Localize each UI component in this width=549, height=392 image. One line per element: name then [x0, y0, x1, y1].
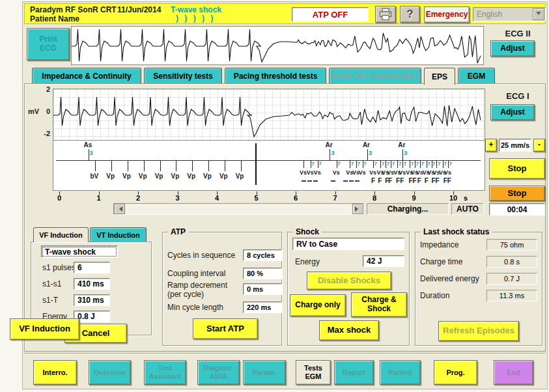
tab-sensitivity-tests[interactable]: Sensitivity tests: [144, 68, 222, 84]
tab-eps[interactable]: EPS: [424, 68, 455, 85]
language-select[interactable]: English: [473, 7, 546, 21]
ecg1-adjust-button[interactable]: Adjust: [490, 104, 535, 120]
ecg2-adjust-button[interactable]: Adjust: [490, 40, 535, 57]
printer-icon: [378, 8, 393, 21]
shock-energy-field[interactable]: 42 J: [363, 255, 404, 267]
coupling-interval-field[interactable]: 80 %: [243, 268, 282, 279]
vs-marker-number: 7: [382, 161, 384, 167]
nav-param-button[interactable]: Param.: [243, 360, 286, 385]
charge-only-button[interactable]: Charge only: [290, 294, 346, 316]
vf-induction-overlay-button[interactable]: VF Induction: [10, 318, 79, 340]
nav-tests-egm-button[interactable]: Tests EGM: [296, 360, 331, 385]
refresh-episodes-button[interactable]: Refresh Episodes: [438, 321, 519, 341]
nav-overview-button[interactable]: Overview: [89, 360, 131, 385]
s1-t-field[interactable]: 310 ms: [74, 294, 110, 306]
screen: { "colors": { "teal":"#38C7C7", "yellow"…: [0, 0, 549, 392]
max-shock-button[interactable]: Max shock: [319, 320, 379, 341]
tab-sonr-crt-optimisation[interactable]: SonR CRT optimisation: [329, 68, 421, 84]
patient-name: Patient Name: [30, 14, 79, 23]
tab-label: VF Induction: [39, 231, 83, 239]
max-shock-label: Max shock: [328, 326, 371, 335]
marker-channel-panel: As3Ar3Ar3Ar3bVVpVpVpVpVpVpVpVpVpVs7Vs7Vs…: [53, 141, 485, 191]
shock-pathway-field[interactable]: RV to Case: [292, 238, 404, 250]
fib-marker-label: F: [425, 177, 429, 184]
scroll-left-icon: [117, 206, 122, 212]
print-ecg-button[interactable]: Print ECG: [27, 28, 70, 61]
sweep-speed-decrease-button[interactable]: -: [533, 139, 545, 152]
tab-vf-induction[interactable]: VF Induction: [33, 227, 89, 242]
cycles-in-sequence-field[interactable]: 8 cycles: [243, 249, 282, 261]
device-title: Paradym RF SonR CRT: [30, 5, 117, 14]
field-label: Min cycle length: [167, 303, 223, 312]
status-label: Impedance: [420, 240, 458, 249]
emergency-button[interactable]: Emergency: [424, 7, 470, 23]
language-value: English: [473, 10, 533, 19]
time-axis-tick-label: 5: [251, 194, 262, 202]
vs-marker-number: 7: [444, 161, 447, 167]
vs-marker-number: 7: [404, 161, 406, 167]
field-label: s1-s1: [42, 279, 61, 288]
fib-marker-label: F: [447, 177, 451, 184]
vs-marker-number: 7: [427, 161, 430, 167]
nav-report-button[interactable]: Report: [334, 360, 374, 385]
min-cycle-length-field[interactable]: 220 ms: [243, 301, 282, 313]
tab-pacing-threshold-tests[interactable]: Pacing threshold tests: [225, 68, 326, 84]
stop-recording-button[interactable]: Stop: [489, 158, 545, 179]
s1-s1-field[interactable]: 410 ms: [74, 278, 110, 290]
status-value: 0.8 s: [504, 258, 520, 266]
vs-marker-number: 7: [311, 161, 314, 167]
scroll-left-button[interactable]: [114, 204, 125, 214]
vs-marker-number: 7: [432, 161, 435, 167]
tab-egm[interactable]: EGM: [458, 68, 495, 84]
vent-marker-tick: [128, 161, 128, 171]
tab-vt-induction[interactable]: VT Induction: [90, 227, 147, 242]
ramp-decrement-field[interactable]: 0 ms: [243, 283, 282, 295]
nav-patient-button[interactable]: Patient: [380, 360, 421, 385]
disable-shocks-label: Disable Shocks: [318, 276, 380, 286]
start-atp-button[interactable]: Start ATP: [193, 318, 258, 339]
help-button[interactable]: ?: [400, 6, 420, 23]
fib-marker-label: F: [400, 177, 404, 184]
tab-label: EPS: [432, 72, 447, 81]
time-axis-tick-label: 6: [290, 194, 302, 202]
vent-marker-label: Vp: [106, 173, 115, 180]
header-bar: Paradym RF SonR CRT 11/Jun/2014 T-wave s…: [24, 3, 546, 24]
nav-test-assistant-button[interactable]: Test Assistant: [144, 360, 186, 385]
ecg1-ytick-top: 2: [40, 85, 50, 93]
nav-label: Interro.: [43, 369, 68, 377]
field-label: s1 pulses: [42, 263, 76, 272]
vs-marker-number: 7: [421, 161, 423, 167]
field-value: 220 ms: [247, 303, 271, 311]
scroll-right-button[interactable]: [352, 204, 363, 214]
vs-marker-label: Vs: [314, 169, 321, 176]
nav-end-button[interactable]: End: [494, 360, 533, 385]
sweep-speed-increase-button[interactable]: +: [485, 139, 497, 152]
fib-marker-label: F: [417, 177, 421, 184]
nav-prog-button[interactable]: Prog.: [434, 360, 477, 385]
print-button[interactable]: [375, 6, 396, 23]
vs-marker-number: 7: [416, 161, 419, 167]
timer-value: 00:04: [507, 205, 528, 214]
stop-charging-button[interactable]: Stop: [489, 186, 545, 201]
vent-marker-label: Vp: [219, 173, 228, 180]
nav-interrogate-button[interactable]: Interro.: [33, 360, 77, 385]
tab-impedance-continuity[interactable]: Impedance & Continuity: [32, 68, 141, 84]
nav-label: Overview: [94, 369, 126, 377]
s1-pulses-field[interactable]: 6: [74, 262, 110, 273]
nav-diagnos-aida-button[interactable]: Diagnos. AIDA: [197, 360, 240, 385]
vs-marker-number: 7: [399, 161, 401, 167]
charge-and-shock-button[interactable]: Charge & Shock: [351, 292, 407, 317]
atrial-marker-tick: [402, 149, 403, 160]
atrial-marker-tick: [330, 149, 330, 160]
induction-type-select[interactable]: T-wave shock: [41, 245, 118, 258]
vs-marker-label: Vs: [399, 169, 406, 176]
auto-text: AUTO: [457, 204, 479, 214]
vs-marker-label: Vs: [359, 169, 366, 176]
field-label: s1-T: [42, 296, 58, 305]
atrial-marker-number: 3: [369, 150, 372, 156]
time-axis-tick-label: 7: [330, 194, 341, 202]
trace-scrollbar[interactable]: [113, 203, 364, 215]
disable-shocks-button[interactable]: Disable Shocks: [307, 272, 391, 290]
status-value: 0.7 J: [504, 275, 520, 283]
fib-marker-label: F: [378, 177, 382, 184]
